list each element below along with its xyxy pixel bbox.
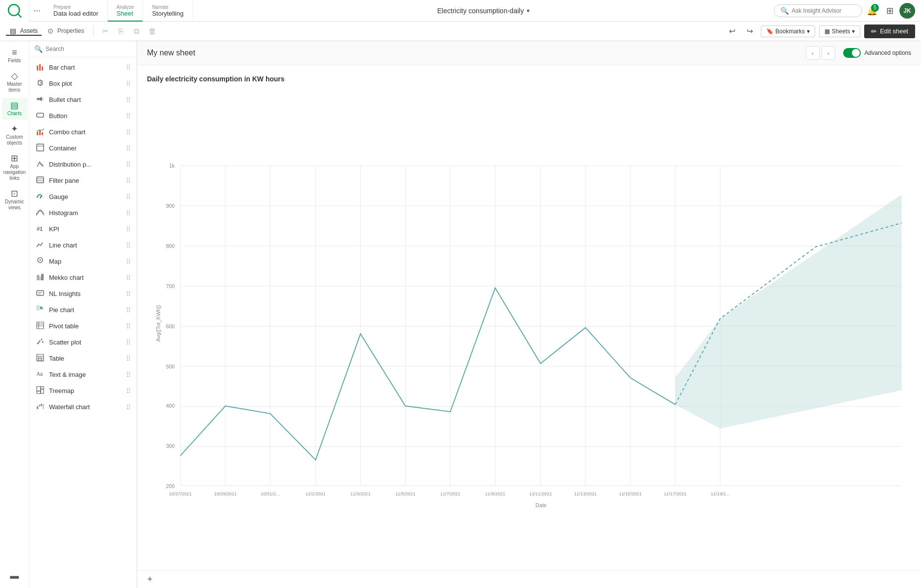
svg-rect-33: [41, 274, 44, 280]
list-item[interactable]: Bar chart ⠿: [29, 59, 137, 75]
drag-handle-icon[interactable]: ⠿: [126, 177, 131, 185]
list-item[interactable]: Gauge ⠿: [29, 189, 137, 205]
confidence-area: [675, 195, 901, 429]
svg-text:11/11/2021: 11/11/2021: [529, 491, 552, 496]
sheets-button[interactable]: ▦ Sheets ▾: [819, 25, 860, 37]
list-item[interactable]: Scatter plot ⠿: [29, 334, 137, 350]
nav-tab-narrate[interactable]: Narrate Storytelling: [143, 0, 193, 22]
nav-tab-prepare[interactable]: Prepare Data load editor: [45, 0, 108, 22]
list-item[interactable]: Bullet chart ⠿: [29, 92, 137, 108]
drag-handle-icon[interactable]: ⠿: [126, 371, 131, 379]
drag-handle-icon[interactable]: ⠿: [126, 322, 131, 330]
drag-handle-icon[interactable]: ⠿: [126, 209, 131, 217]
app-title-chevron-icon[interactable]: ▾: [527, 7, 530, 14]
drag-handle-icon[interactable]: ⠿: [126, 96, 131, 104]
drag-handle-icon[interactable]: ⠿: [126, 225, 131, 233]
nav-more-button[interactable]: ···: [29, 0, 45, 22]
delete-button[interactable]: 🗑: [145, 24, 159, 38]
sidebar-item-bottom[interactable]: ▬: [2, 568, 27, 583]
list-item[interactable]: Treemap ⠿: [29, 383, 137, 399]
edit-sheet-button[interactable]: ✏ Edit sheet: [864, 24, 915, 38]
distribution-plot-label: Distribution p...: [49, 161, 122, 168]
list-item[interactable]: Waterfall chart ⠿: [29, 399, 137, 415]
edit-icon: ✏: [871, 27, 877, 35]
sidebar-item-custom[interactable]: ✦ Custom objects: [2, 122, 27, 149]
drag-handle-icon[interactable]: ⠿: [126, 64, 131, 72]
nav-tab-analyze-top: Analyze: [117, 4, 134, 10]
list-item[interactable]: #1 KPI ⠿: [29, 221, 137, 237]
notifications-button[interactable]: 🔔 5: [864, 3, 880, 19]
bookmarks-button[interactable]: 🔖 Bookmarks ▾: [761, 25, 815, 37]
svg-point-45: [38, 342, 40, 343]
sidebar-item-fields[interactable]: ≡ Fields: [2, 45, 27, 67]
copy-button[interactable]: ⎘: [114, 24, 128, 38]
svg-text:Aa: Aa: [37, 371, 43, 377]
svg-text:800: 800: [166, 243, 175, 249]
list-item[interactable]: Container ⠿: [29, 140, 137, 156]
drag-handle-icon[interactable]: ⠿: [126, 128, 131, 136]
drag-handle-icon[interactable]: ⠿: [126, 242, 131, 249]
drag-handle-icon[interactable]: ⠿: [126, 112, 131, 120]
list-item[interactable]: Button ⠿: [29, 108, 137, 124]
map-icon: [35, 257, 45, 266]
advanced-options-toggle[interactable]: [843, 48, 861, 58]
list-item[interactable]: Pie chart ⠿: [29, 302, 137, 318]
list-item[interactable]: Distribution p... ⠿: [29, 156, 137, 172]
list-item[interactable]: Pivot table ⠿: [29, 318, 137, 334]
search-icon: 🔍: [34, 45, 43, 53]
grid-button[interactable]: ⊞: [882, 3, 897, 19]
tab-properties[interactable]: ⊙ Properties: [44, 22, 88, 41]
drag-handle-icon[interactable]: ⠿: [126, 161, 131, 169]
list-item[interactable]: Box plot ⠿: [29, 75, 137, 92]
drag-handle-icon[interactable]: ⠿: [126, 355, 131, 363]
list-item[interactable]: Line chart ⠿: [29, 237, 137, 253]
list-item[interactable]: Filter pane ⠿: [29, 172, 137, 189]
drag-handle-icon[interactable]: ⠿: [126, 274, 131, 282]
sidebar-item-master[interactable]: ◇ Master items: [2, 69, 27, 96]
list-item[interactable]: Combo chart ⠿: [29, 124, 137, 140]
sheet-next-button[interactable]: ›: [822, 46, 835, 60]
nav-tab-analyze[interactable]: Analyze Sheet: [108, 0, 144, 22]
svg-rect-57: [37, 406, 38, 409]
undo-button[interactable]: ↩: [726, 24, 739, 38]
insight-search[interactable]: 🔍: [774, 4, 862, 17]
insight-search-input[interactable]: [792, 7, 850, 14]
drag-handle-icon[interactable]: ⠿: [126, 80, 131, 88]
list-item[interactable]: Histogram ⠿: [29, 205, 137, 221]
user-avatar[interactable]: JK: [899, 3, 915, 19]
drag-handle-icon[interactable]: ⠿: [126, 339, 131, 346]
list-item[interactable]: Aa Text & image ⠿: [29, 367, 137, 383]
sheet-prev-button[interactable]: ‹: [806, 46, 820, 60]
redo-button[interactable]: ↪: [743, 24, 757, 38]
cut-button[interactable]: ✂: [98, 24, 112, 38]
box-plot-icon: [35, 79, 45, 88]
duplicate-button[interactable]: ⧉: [130, 24, 144, 38]
drag-handle-icon[interactable]: ⠿: [126, 145, 131, 152]
svg-text:11/15/2021: 11/15/2021: [619, 491, 642, 496]
sidebar-item-appnav[interactable]: ⊞ App navigation links: [2, 151, 27, 184]
tab-assets[interactable]: ▤ Assets: [6, 27, 42, 36]
kpi-label: KPI: [49, 225, 122, 233]
drag-handle-icon[interactable]: ⠿: [126, 306, 131, 314]
sidebar-bottom: ▬: [2, 568, 27, 583]
search-input[interactable]: [46, 46, 132, 52]
drag-handle-icon[interactable]: ⠿: [126, 258, 131, 266]
drag-handle-icon[interactable]: ⠿: [126, 290, 131, 298]
svg-rect-14: [39, 130, 41, 135]
drag-handle-icon[interactable]: ⠿: [126, 193, 131, 201]
svg-rect-34: [37, 291, 44, 295]
svg-rect-56: [37, 391, 41, 393]
list-item[interactable]: Mekko chart ⠿: [29, 270, 137, 286]
drag-handle-icon[interactable]: ⠿: [126, 387, 131, 395]
svg-point-20: [39, 162, 41, 163]
add-sheet-button[interactable]: +: [143, 573, 157, 587]
list-item[interactable]: Map ⠿: [29, 253, 137, 270]
sidebar-item-charts[interactable]: ▤ Charts: [2, 98, 27, 120]
sidebar-item-dynamic[interactable]: ⊡ Dynamic views: [2, 186, 27, 214]
drag-handle-icon[interactable]: ⠿: [126, 403, 131, 411]
list-item[interactable]: Table ⠿: [29, 350, 137, 367]
map-label: Map: [49, 258, 122, 265]
list-item[interactable]: NL Insights ⠿: [29, 286, 137, 302]
toolbar: ▤ Assets ⊙ Properties ✂ ⎘ ⧉ 🗑 ↩ ↪ 🔖 Book…: [0, 22, 921, 41]
bullet-chart-label: Bullet chart: [49, 96, 122, 103]
